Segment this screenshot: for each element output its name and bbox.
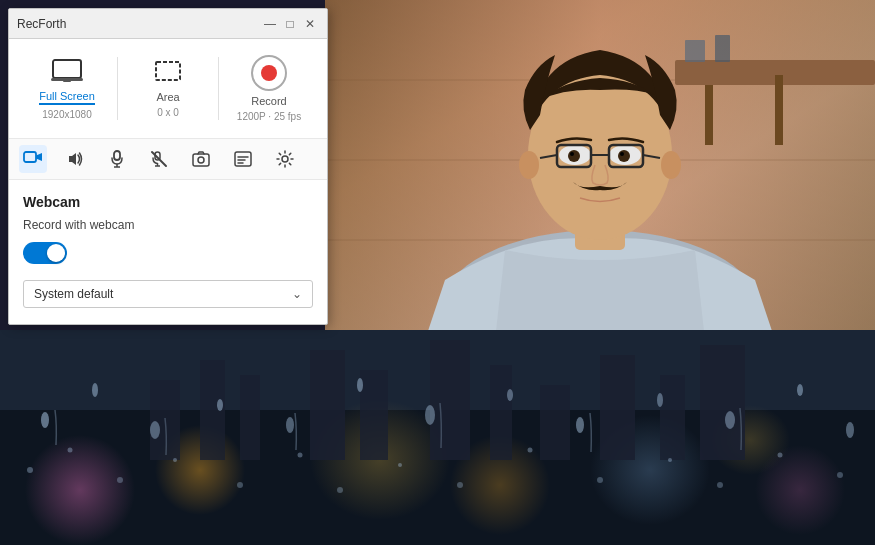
- svg-rect-44: [660, 375, 685, 460]
- svg-line-85: [152, 152, 166, 166]
- window-title: RecForth: [17, 17, 66, 31]
- svg-point-63: [237, 482, 243, 488]
- svg-point-49: [217, 399, 223, 411]
- svg-point-87: [198, 157, 204, 163]
- svg-point-70: [668, 458, 672, 462]
- svg-point-68: [528, 448, 533, 453]
- svg-point-62: [173, 458, 177, 462]
- mute-icon-btn[interactable]: [145, 145, 173, 173]
- svg-rect-40: [430, 340, 470, 460]
- webcam-icon-btn[interactable]: [19, 145, 47, 173]
- record-icon: [251, 55, 287, 91]
- area-label: Area: [156, 91, 179, 103]
- maximize-button[interactable]: □: [281, 15, 299, 33]
- app-window: RecForth — □ ✕ Full Screen 1920x1080: [8, 8, 328, 325]
- svg-point-59: [27, 467, 33, 473]
- svg-point-92: [282, 156, 288, 162]
- section-title: Webcam: [23, 194, 313, 210]
- webcam-source-dropdown[interactable]: System default ⌄: [23, 280, 313, 308]
- svg-point-53: [507, 389, 513, 401]
- title-bar: RecForth — □ ✕: [9, 9, 327, 39]
- svg-rect-74: [53, 60, 81, 78]
- svg-point-73: [837, 472, 843, 478]
- svg-point-58: [846, 422, 854, 438]
- content-area: Webcam Record with webcam System default…: [9, 180, 327, 324]
- svg-rect-37: [240, 375, 260, 460]
- svg-point-67: [457, 482, 463, 488]
- svg-rect-41: [490, 365, 512, 460]
- svg-rect-9: [715, 35, 730, 62]
- svg-point-57: [797, 384, 803, 396]
- main-toolbar: Full Screen 1920x1080 Area 0 x 0 Record …: [9, 39, 327, 139]
- minimize-button[interactable]: —: [261, 15, 279, 33]
- svg-point-13: [519, 151, 539, 179]
- fullscreen-tool[interactable]: Full Screen 1920x1080: [17, 49, 117, 128]
- svg-point-22: [568, 150, 580, 162]
- svg-point-25: [620, 152, 624, 156]
- svg-rect-86: [193, 154, 209, 166]
- speaker-icon-btn[interactable]: [61, 145, 89, 173]
- area-sublabel: 0 x 0: [157, 107, 179, 118]
- svg-point-52: [425, 405, 435, 425]
- screenshot-icon-btn[interactable]: [187, 145, 215, 173]
- icon-bar: [9, 139, 327, 180]
- fullscreen-icon: [51, 58, 83, 86]
- svg-rect-42: [540, 385, 570, 460]
- svg-point-69: [597, 477, 603, 483]
- svg-point-51: [357, 378, 363, 392]
- toggle-knob: [47, 244, 65, 262]
- svg-point-54: [576, 417, 584, 433]
- svg-point-14: [661, 151, 681, 179]
- svg-rect-77: [156, 62, 180, 80]
- svg-point-28: [25, 435, 135, 545]
- svg-point-23: [618, 150, 630, 162]
- record-dot-inner: [261, 65, 277, 81]
- svg-rect-43: [600, 355, 635, 460]
- svg-rect-88: [235, 152, 251, 166]
- area-icon: [152, 59, 184, 87]
- svg-point-50: [286, 417, 294, 433]
- record-sublabel: 1200P · 25 fps: [237, 111, 301, 122]
- record-webcam-label: Record with webcam: [23, 218, 313, 232]
- svg-point-60: [68, 448, 73, 453]
- svg-rect-6: [705, 85, 713, 145]
- svg-point-48: [150, 421, 160, 439]
- webcam-toggle[interactable]: [23, 242, 67, 264]
- fullscreen-sublabel: 1920x1080: [42, 109, 92, 120]
- svg-point-55: [657, 393, 663, 407]
- svg-point-64: [298, 453, 303, 458]
- dropdown-arrow-icon: ⌄: [292, 287, 302, 301]
- svg-point-72: [778, 453, 783, 458]
- area-tool[interactable]: Area 0 x 0: [118, 49, 218, 128]
- svg-rect-78: [24, 152, 36, 162]
- svg-rect-7: [775, 75, 783, 145]
- settings-icon-btn[interactable]: [271, 145, 299, 173]
- svg-rect-75: [51, 78, 83, 81]
- svg-rect-39: [360, 370, 388, 460]
- svg-rect-79: [114, 151, 120, 160]
- close-button[interactable]: ✕: [301, 15, 319, 33]
- fullscreen-label: Full Screen: [39, 90, 95, 105]
- toggle-container: [23, 242, 313, 264]
- dropdown-selected-label: System default: [34, 287, 113, 301]
- caption-icon-btn[interactable]: [229, 145, 257, 173]
- svg-point-56: [725, 411, 735, 429]
- record-tool[interactable]: Record 1200P · 25 fps: [219, 49, 319, 128]
- svg-point-46: [41, 412, 49, 428]
- svg-point-65: [337, 487, 343, 493]
- svg-point-24: [570, 152, 574, 156]
- svg-rect-45: [700, 345, 745, 460]
- title-bar-controls: — □ ✕: [261, 15, 319, 33]
- microphone-icon-btn[interactable]: [103, 145, 131, 173]
- background-rain: [0, 335, 875, 545]
- background-person: [325, 0, 875, 340]
- record-label: Record: [251, 95, 286, 107]
- svg-point-61: [117, 477, 123, 483]
- svg-rect-8: [685, 40, 705, 62]
- svg-point-71: [717, 482, 723, 488]
- svg-point-47: [92, 383, 98, 397]
- svg-rect-76: [63, 81, 71, 82]
- svg-point-66: [398, 463, 402, 467]
- svg-rect-38: [310, 350, 345, 460]
